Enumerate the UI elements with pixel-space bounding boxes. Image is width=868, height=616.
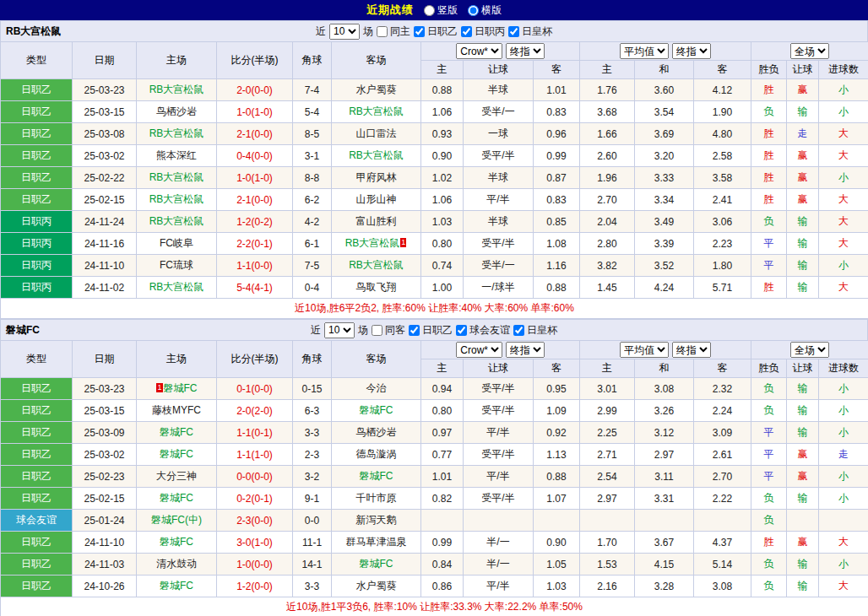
away-team-name[interactable]: 水户蜀葵	[356, 84, 397, 95]
league-filter-option[interactable]: 日职丙	[461, 24, 505, 39]
away-team-name[interactable]: 今治	[366, 382, 387, 394]
away-team-name[interactable]: 甲府风林	[356, 171, 397, 183]
league-filter-checkbox[interactable]	[414, 26, 425, 37]
home-team-name[interactable]: 磐城FC(中)	[151, 514, 202, 526]
away-team-name[interactable]: 磐城FC	[360, 558, 393, 570]
home-team-name[interactable]: 藤枝MYFC	[152, 404, 201, 416]
match-row: 日职乙24-11-10磐城FC3-0(1-0)11-1群马草津温泉0.99半/一…	[1, 532, 868, 554]
average-select[interactable]: 平均值	[620, 43, 669, 59]
away-team-name[interactable]: 磐城FC	[360, 404, 393, 416]
home-team-name[interactable]: 清水鼓动	[156, 558, 197, 570]
league-filter-label: 日职乙	[422, 323, 453, 338]
home-team-name[interactable]: 磐城FC	[160, 492, 193, 504]
same-venue-option[interactable]: 同主	[377, 24, 410, 39]
col-result: 胜负	[751, 359, 787, 378]
home-team-cell: RB大宫松鼠	[137, 167, 217, 189]
away-team-name[interactable]: RB大宫松鼠	[349, 259, 404, 271]
home-team-name[interactable]: RB大宫松鼠	[149, 127, 204, 139]
league-filter-option[interactable]: 日职乙	[409, 323, 453, 338]
away-team-name[interactable]: 新泻天鹅	[356, 514, 397, 526]
away-team-name[interactable]: RB大宫松鼠	[345, 237, 400, 249]
avg-home-odds: 2.80	[580, 233, 635, 255]
home-team-name[interactable]: 磐城FC	[164, 382, 198, 394]
odds-stage-select[interactable]: 终指	[506, 43, 545, 59]
away-odds: 0.90	[534, 532, 580, 554]
goals-result-cell: 小	[819, 101, 868, 123]
same-venue-option[interactable]: 同客	[372, 323, 405, 338]
bookmaker-odds-header: Crow* 终指	[421, 341, 580, 359]
team-section-away: 磐城FC 近 10 场 同客 日职乙 球会友谊	[0, 319, 868, 616]
handicap-result-cell: 赢	[787, 79, 819, 101]
home-team-name[interactable]: FC琉球	[160, 259, 193, 271]
league-filter-option[interactable]: 日皇杯	[508, 24, 552, 39]
match-date: 24-11-03	[73, 554, 137, 575]
away-team-name[interactable]: 磐城FC	[360, 470, 393, 482]
away-team-name[interactable]: 千叶市原	[356, 492, 397, 504]
odds-stage-select[interactable]: 终指	[506, 342, 545, 358]
score-cell: 2-0(2-0)	[217, 400, 293, 422]
home-team-name[interactable]: 鸟栖沙岩	[156, 105, 197, 117]
goals-result-cell: 大	[819, 277, 868, 299]
match-count-select[interactable]: 10	[324, 322, 355, 338]
layout-horizontal-option[interactable]: 横版	[468, 3, 502, 18]
league-filter-option[interactable]: 日皇杯	[513, 323, 557, 338]
away-team-name[interactable]: 群马草津温泉	[346, 536, 407, 548]
horizontal-radio[interactable]	[468, 5, 479, 16]
bookmaker-select[interactable]: Crow*	[456, 342, 502, 358]
league-badge: 日职乙	[1, 532, 73, 554]
home-team-name[interactable]: FC岐阜	[160, 237, 193, 249]
league-filter-checkbox[interactable]	[508, 26, 519, 37]
home-team-name[interactable]: RB大宫松鼠	[149, 171, 204, 183]
score-cell: 1-0(1-0)	[217, 101, 293, 123]
home-team-name[interactable]: 熊本深红	[156, 149, 197, 161]
home-team-name[interactable]: RB大宫松鼠	[149, 193, 204, 205]
match-date: 25-03-08	[73, 123, 137, 145]
home-team-name[interactable]: 磐城FC	[160, 536, 193, 548]
home-team-name[interactable]: 磐城FC	[160, 580, 193, 592]
away-team-name[interactable]: RB大宫松鼠	[349, 149, 404, 161]
league-filter-option[interactable]: 日职乙	[414, 24, 458, 39]
avg-home-odds: 1.45	[580, 277, 635, 299]
score-cell: 0-2(0-1)	[217, 488, 293, 510]
home-team-name[interactable]: 大分三神	[156, 470, 197, 482]
bookmaker-select[interactable]: Crow*	[456, 43, 502, 59]
avg-draw-odds: 3.52	[635, 255, 694, 277]
same-venue-checkbox[interactable]	[372, 325, 382, 336]
handicap-line: 一球	[464, 123, 534, 145]
away-team-name[interactable]: 水户蜀葵	[356, 580, 397, 592]
handicap-result-cell: 走	[787, 123, 819, 145]
away-team-name[interactable]: 山形山神	[356, 193, 397, 205]
league-badge: 日职乙	[1, 101, 73, 123]
layout-vertical-option[interactable]: 竖版	[424, 3, 458, 18]
col-score: 比分(半场)	[217, 42, 293, 79]
away-team-name[interactable]: 富山胜利	[356, 215, 397, 227]
league-filter-option[interactable]: 球会友谊	[456, 323, 510, 338]
home-team-name[interactable]: 磐城FC	[160, 426, 193, 438]
home-team-name[interactable]: RB大宫松鼠	[149, 215, 204, 227]
league-filter-checkbox[interactable]	[461, 26, 472, 37]
col-away-odds: 客	[534, 61, 580, 79]
avg-stage-select[interactable]: 终指	[672, 43, 711, 59]
away-team-name[interactable]: RB大宫松鼠	[349, 105, 404, 117]
home-team-name[interactable]: 磐城FC	[160, 448, 193, 460]
goals-result-cell: 小	[819, 378, 868, 400]
vertical-radio[interactable]	[424, 5, 435, 16]
avg-draw-odds: 4.24	[635, 277, 694, 299]
average-select[interactable]: 平均值	[620, 342, 669, 358]
league-filter-checkbox[interactable]	[409, 325, 420, 336]
league-filter-checkbox[interactable]	[513, 325, 524, 336]
home-team-name[interactable]: RB大宫松鼠	[149, 281, 204, 293]
average-odds-header: 平均值 终指	[580, 42, 751, 61]
away-team-name[interactable]: 德岛漩涡	[356, 448, 397, 460]
match-date: 25-03-02	[73, 145, 137, 167]
away-team-name[interactable]: 鸟取飞翔	[356, 281, 397, 293]
same-venue-checkbox[interactable]	[377, 26, 388, 37]
home-team-name[interactable]: RB大宫松鼠	[149, 84, 204, 95]
scope-select[interactable]: 全场	[790, 342, 829, 358]
away-team-name[interactable]: 鸟栖沙岩	[356, 426, 397, 438]
match-count-select[interactable]: 10	[329, 24, 360, 40]
avg-stage-select[interactable]: 终指	[672, 342, 711, 358]
league-filter-checkbox[interactable]	[456, 325, 467, 336]
scope-select[interactable]: 全场	[790, 43, 829, 59]
away-team-name[interactable]: 山口雷法	[356, 127, 397, 139]
